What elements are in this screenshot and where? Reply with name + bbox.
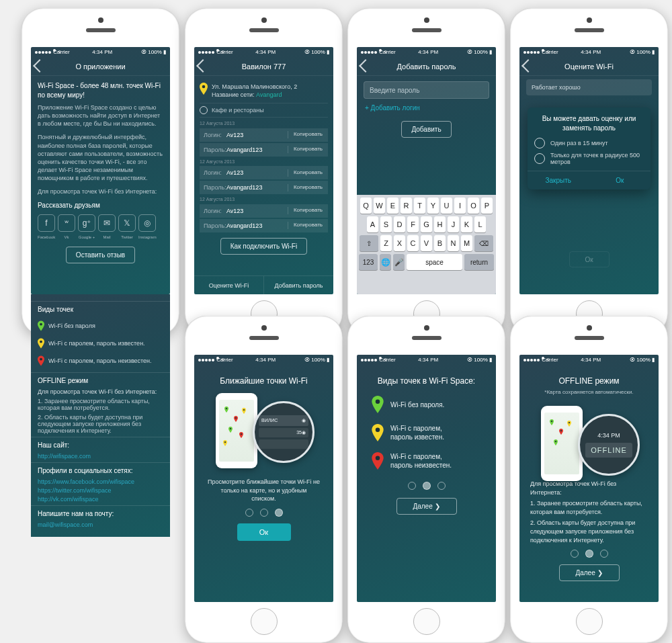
share-row: f ʷ g⁺ ✉ 𝕏 ◎ — [38, 214, 163, 232]
back-icon[interactable] — [359, 59, 372, 73]
entry-date: 12 Августа 2013 — [200, 159, 328, 165]
mini-phone-map — [216, 393, 257, 468]
key-v[interactable]: V — [421, 235, 432, 251]
category-row[interactable]: Кафе и рестораны — [200, 103, 328, 118]
key-f[interactable]: F — [407, 216, 419, 232]
shift-key[interactable]: ⇧ — [360, 235, 378, 251]
google-plus-icon[interactable]: g⁺ — [78, 214, 95, 232]
key-d[interactable]: D — [394, 216, 405, 232]
login-row: Логин:Av123Копировать — [200, 166, 328, 179]
back-icon[interactable] — [521, 59, 535, 73]
add-password-tab[interactable]: Добавить пароль — [263, 276, 333, 294]
next-button[interactable]: Далее ❯ — [396, 498, 457, 515]
key-y[interactable]: Y — [427, 198, 439, 214]
key-r[interactable]: R — [401, 198, 412, 214]
phone-onboarding-offline: Carrier ᯤ4:34 PM⦿ 100% ▮ OFFLINE режим *… — [510, 316, 668, 643]
return-key[interactable]: return — [464, 254, 494, 270]
mail-heading: Напишите нам на почту: — [38, 510, 163, 517]
next-button[interactable]: Далее ❯ — [559, 564, 620, 581]
copy-password-button[interactable]: Копировать — [288, 184, 328, 191]
screen-onboarding-offline: Carrier ᯤ4:34 PM⦿ 100% ▮ OFFLINE режим *… — [519, 355, 659, 602]
twitter-icon[interactable]: 𝕏 — [118, 214, 136, 232]
key-g[interactable]: G — [421, 216, 432, 232]
site-link[interactable]: http://wifispace.com — [38, 453, 163, 460]
facebook-link[interactable]: https://www.facebook.com/wifispace — [38, 478, 163, 485]
howto-connect-button[interactable]: Как подключить Wi-Fi — [220, 238, 307, 255]
offline-intro: Для просмотра точек Wi-Fi без Интернета: — [38, 388, 163, 395]
onboarding-text: Просмотрите ближайшие точки Wi-Fi не тол… — [208, 478, 320, 503]
zoom-list-preview: ВИЛИС◉ 35 ◉ — [253, 401, 314, 463]
type-row-yellow: Wi-Fi с паролем, пароль известен. — [38, 335, 163, 352]
key-l[interactable]: L — [474, 216, 486, 232]
modal-heading: Вы можете давать оценку или заменять пар… — [534, 114, 644, 132]
key-t[interactable]: T — [414, 198, 425, 214]
key-x[interactable]: X — [394, 235, 405, 251]
key-o[interactable]: O — [468, 198, 479, 214]
type-row-red: Wi-Fi с паролем, пароль неизвестен. — [38, 352, 163, 370]
ok-button[interactable]: Ок — [237, 523, 291, 541]
copy-password-button[interactable]: Копировать — [288, 222, 328, 229]
vk-icon[interactable]: ʷ — [58, 214, 75, 232]
key-e[interactable]: E — [387, 198, 398, 214]
numbers-key[interactable]: 123 — [359, 254, 378, 270]
key-i[interactable]: I — [454, 198, 466, 214]
password-input[interactable]: Введите пароль — [364, 81, 489, 99]
back-icon[interactable] — [196, 59, 210, 73]
key-s[interactable]: S — [380, 216, 392, 232]
back-icon[interactable] — [33, 59, 46, 73]
key-q[interactable]: Q — [360, 198, 372, 214]
phone-add-password: Carrier ᯤ4:34 PM⦿ 100% ▮ Добавить пароль… — [347, 8, 505, 335]
key-k[interactable]: K — [461, 216, 472, 232]
status-bar: Carrier ᯤ 4:34 PM⦿ 100% ▮ — [194, 47, 333, 57]
modal-ok-button[interactable]: Ок — [589, 171, 651, 189]
entry-date: 12 Августа 2013 — [200, 120, 328, 126]
key-a[interactable]: A — [367, 216, 378, 232]
add-login-link[interactable]: + Добавить логин — [365, 104, 488, 112]
instagram-icon[interactable]: ◎ — [138, 214, 156, 232]
address: Ул. Маршала Малиновского, 2 — [212, 83, 297, 91]
key-u[interactable]: U — [441, 198, 452, 214]
screen-onboarding-list: Carrier ᯤ4:34 PM⦿ 100% ▮ Ближайшие точки… — [194, 355, 333, 602]
modal-close-button[interactable]: Закрыть — [528, 171, 589, 189]
mail-link[interactable]: mail@wifispace.com — [38, 521, 163, 528]
copy-login-button[interactable]: Копировать — [288, 169, 328, 177]
twitter-link[interactable]: https://twitter.com/wifispace — [38, 487, 163, 494]
address-row: Ул. Маршала Малиновского, 2 Название сет… — [200, 80, 328, 101]
vk-link[interactable]: http://vk.com/wifispace — [38, 496, 163, 503]
leave-review-button[interactable]: Оставить отзыв — [66, 247, 135, 263]
key-m[interactable]: M — [461, 235, 472, 251]
mail-icon[interactable]: ✉ — [98, 214, 116, 232]
copy-login-button[interactable]: Копировать — [288, 207, 328, 214]
modal-line-1: Один раз в 15 минут — [550, 140, 608, 146]
offline-step-2: 2. Область карты будет доступна при след… — [38, 414, 163, 434]
password-row: Пароль:Avangard123Копировать — [200, 181, 328, 194]
key-w[interactable]: W — [374, 198, 385, 214]
delete-key[interactable]: ⌫ — [474, 235, 493, 251]
key-b[interactable]: B — [434, 235, 446, 251]
key-n[interactable]: N — [448, 235, 459, 251]
add-button[interactable]: Добавить — [401, 121, 451, 138]
mic-key[interactable]: 🎤 — [393, 254, 405, 270]
onboarding-subtitle: *Карта сохраняется автоматически. — [529, 389, 649, 396]
key-z[interactable]: Z — [380, 235, 392, 251]
ok-button-disabled: Ок — [569, 251, 610, 267]
space-key[interactable]: space — [407, 254, 462, 270]
rate-wifi-tab[interactable]: Оцените Wi-Fi — [194, 276, 263, 294]
type-row-green: Wi-Fi без пароля — [38, 317, 163, 335]
globe-key[interactable]: 🌐 — [380, 254, 391, 270]
password-row: Пароль:Avangard123Копировать — [200, 143, 328, 157]
copy-login-button[interactable]: Копировать — [288, 131, 328, 138]
copy-password-button[interactable]: Копировать — [288, 146, 328, 153]
share-heading: Рассказать друзьям — [38, 201, 163, 210]
pin-yellow-icon — [38, 338, 44, 349]
phone-onboarding-types: Carrier ᯤ4:34 PM⦿ 100% ▮ Виды точек в Wi… — [347, 316, 505, 643]
page-indicator — [529, 550, 649, 558]
key-j[interactable]: J — [448, 216, 459, 232]
key-c[interactable]: C — [407, 235, 419, 251]
phone-rate-wifi: Carrier ᯤ4:34 PM⦿ 100% ▮ Оцените Wi-Fi Р… — [510, 8, 668, 335]
rating-chip[interactable]: Работает хорошо — [526, 79, 652, 95]
key-h[interactable]: H — [434, 216, 446, 232]
key-p[interactable]: P — [481, 198, 493, 214]
facebook-icon[interactable]: f — [38, 214, 55, 232]
pin-green-icon — [372, 396, 384, 413]
